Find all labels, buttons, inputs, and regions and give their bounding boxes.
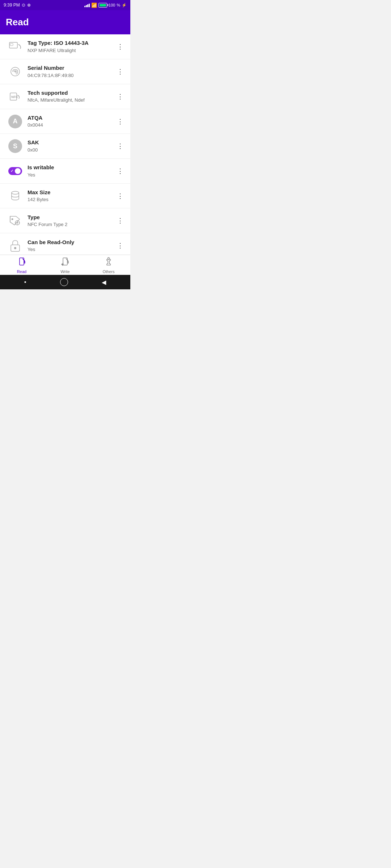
- type-menu[interactable]: ⋮: [116, 215, 125, 226]
- writable-text: Is writable Yes: [25, 164, 116, 178]
- max-size-title: Max Size: [28, 189, 116, 196]
- status-right: 📶 100% ⚡: [84, 3, 127, 8]
- atqa-value: 0x0044: [28, 122, 116, 128]
- fingerprint-icon: [6, 65, 25, 78]
- list-item: Tag Type: ISO 14443-3A NXP MIFARE Ultral…: [0, 34, 130, 59]
- charging-icon: ⚡: [122, 3, 127, 8]
- svg-rect-1: [10, 43, 13, 46]
- others-nav-label: Others: [102, 269, 114, 274]
- write-nav-icon: [60, 256, 70, 269]
- page-title: Read: [6, 17, 125, 28]
- writable-value: Yes: [28, 172, 116, 178]
- bottom-nav: Read Write Others: [0, 255, 130, 275]
- tech-supported-value: NfcA, MifareUltralight, Ndef: [28, 97, 116, 103]
- android-home-btn[interactable]: [60, 278, 68, 286]
- sak-title: SAK: [28, 139, 116, 146]
- signal-icon: [84, 3, 90, 7]
- app-header: Read: [0, 10, 130, 34]
- sak-value: 0x00: [28, 147, 116, 153]
- sak-icon: S: [6, 139, 25, 153]
- others-nav-icon: [104, 256, 114, 269]
- tag-type-title: Tag Type: ISO 14443-3A: [28, 39, 116, 47]
- nfc-chip-icon: NFC: [6, 89, 25, 104]
- max-size-menu[interactable]: ⋮: [116, 191, 125, 201]
- max-size-text: Max Size 142 Bytes: [25, 189, 116, 203]
- read-nav-icon: [17, 256, 27, 269]
- sak-text: SAK 0x00: [25, 139, 116, 153]
- letter-s-icon: S: [8, 139, 22, 153]
- svg-point-11: [14, 247, 16, 249]
- lock-icon: [6, 238, 25, 253]
- vpn-icon: ⊗: [27, 3, 31, 8]
- read-nav-label: Read: [17, 269, 26, 274]
- list-item: Serial Number 04:C9:78:1A:8F:49:80 ⋮: [0, 59, 130, 84]
- svg-point-6: [12, 191, 19, 194]
- content-list: Tag Type: ISO 14443-3A NXP MIFARE Ultral…: [0, 34, 130, 256]
- database-icon: [6, 190, 25, 203]
- battery-icon: [98, 3, 107, 8]
- list-item: A ATQA 0x0044 ⋮: [0, 109, 130, 134]
- time: 9:39 PM: [4, 3, 20, 8]
- wifi-icon: 📶: [91, 3, 97, 8]
- writable-title: Is writable: [28, 164, 116, 171]
- svg-point-9: [17, 222, 18, 224]
- list-item: Max Size 142 Bytes ⋮: [0, 184, 130, 209]
- tag-type-text: Tag Type: ISO 14443-3A NXP MIFARE Ultral…: [25, 39, 116, 54]
- atqa-text: ATQA 0x0044: [25, 114, 116, 129]
- svg-text:NFC: NFC: [11, 95, 18, 99]
- tech-supported-menu[interactable]: ⋮: [116, 91, 125, 102]
- android-back-btn[interactable]: ◀: [102, 279, 106, 286]
- svg-point-7: [12, 218, 13, 220]
- atqa-icon: A: [6, 115, 25, 128]
- read-only-title: Can be Read-Only: [28, 239, 116, 246]
- write-nav-label: Write: [60, 269, 70, 274]
- read-only-menu[interactable]: ⋮: [116, 240, 125, 251]
- type-title: Type: [28, 214, 116, 221]
- serial-number-title: Serial Number: [28, 64, 116, 72]
- nav-item-others[interactable]: Others: [87, 255, 130, 275]
- type-value: NFC Forum Type 2: [28, 221, 116, 228]
- tech-supported-title: Tech supported: [28, 89, 116, 97]
- atqa-title: ATQA: [28, 114, 116, 122]
- list-item: Can be Read-Only Yes ⋮: [0, 233, 130, 256]
- svg-rect-0: [9, 42, 17, 48]
- read-only-value: Yes: [28, 246, 116, 253]
- android-square-btn[interactable]: ▪: [24, 279, 26, 285]
- status-left: 9:39 PM ⊙ ⊗: [4, 3, 31, 8]
- tag-gear-icon: [6, 213, 25, 228]
- android-nav: ▪ ◀: [0, 275, 130, 289]
- tag-type-menu[interactable]: ⋮: [116, 41, 125, 52]
- location-icon: ⊙: [22, 3, 25, 8]
- svg-point-16: [108, 258, 110, 259]
- serial-number-text: Serial Number 04:C9:78:1A:8F:49:80: [25, 64, 116, 79]
- battery-percent: 100: [109, 3, 115, 7]
- atqa-menu[interactable]: ⋮: [116, 116, 125, 127]
- letter-a-icon: A: [8, 115, 22, 128]
- read-only-text: Can be Read-Only Yes: [25, 239, 116, 253]
- type-text: Type NFC Forum Type 2: [25, 214, 116, 228]
- list-item: NFC Tech supported NfcA, MifareUltraligh…: [0, 84, 130, 109]
- nav-item-write[interactable]: Write: [43, 255, 87, 275]
- serial-number-value: 04:C9:78:1A:8F:49:80: [28, 72, 116, 79]
- max-size-value: 142 Bytes: [28, 196, 116, 203]
- nfc-card-icon: [6, 39, 25, 54]
- tech-supported-text: Tech supported NfcA, MifareUltralight, N…: [25, 89, 116, 104]
- svg-point-3: [14, 71, 16, 72]
- nav-item-read[interactable]: Read: [0, 255, 43, 275]
- writable-menu[interactable]: ⋮: [116, 166, 125, 176]
- sak-menu[interactable]: ⋮: [116, 141, 125, 152]
- list-item: ✓ Is writable Yes ⋮: [0, 159, 130, 184]
- status-bar: 9:39 PM ⊙ ⊗ 📶 100% ⚡: [0, 0, 130, 10]
- serial-number-menu[interactable]: ⋮: [116, 66, 125, 77]
- list-item: Type NFC Forum Type 2 ⋮: [0, 208, 130, 233]
- list-item: S SAK 0x00 ⋮: [0, 134, 130, 159]
- toggle-icon: ✓: [6, 167, 25, 175]
- tag-type-subtitle: NXP MIFARE Ultralight: [28, 47, 116, 54]
